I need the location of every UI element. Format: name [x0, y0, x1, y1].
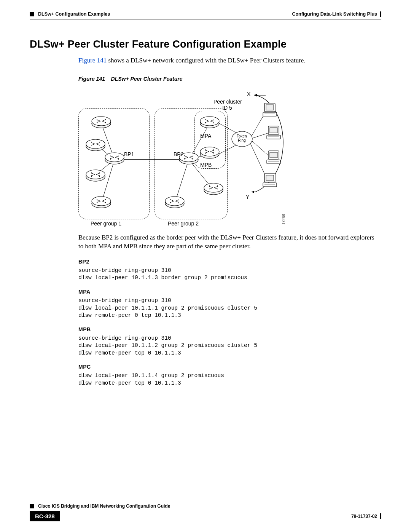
header-right-text: Configuring Data-Link Switching Plus: [292, 11, 377, 17]
intro-paragraph: Figure 141 shows a DLSw+ network configu…: [30, 56, 381, 65]
page-number: BC-328: [30, 511, 60, 521]
figure-id: 17268: [282, 214, 286, 225]
label-bp2: BP2: [174, 151, 183, 157]
footer-square-icon: [30, 504, 34, 508]
intro-rest: shows a DLSw+ network configured with th…: [107, 57, 305, 64]
config-block: MPCdlsw local-peer 10.1.1.4 group 2 prom…: [30, 364, 381, 387]
config-code: dlsw local-peer 10.1.1.4 group 2 promisc…: [78, 372, 381, 387]
label-peer-cluster: Peer cluster: [213, 99, 242, 105]
figure-reference-link[interactable]: Figure 141: [78, 57, 107, 64]
footer-rule: [30, 501, 381, 501]
label-token-ring: Token Ring: [237, 134, 247, 142]
label-peer-group-2: Peer group 2: [168, 220, 199, 227]
config-code: source-bridge ring-group 310 dlsw local-…: [78, 335, 381, 357]
footer-book-title: Cisco IOS Bridging and IBM Networking Co…: [38, 503, 170, 509]
config-block: MPAsource-bridge ring-group 310 dlsw loc…: [30, 289, 381, 320]
config-title: MPA: [78, 289, 381, 295]
config-title: MPB: [78, 326, 381, 332]
figure-caption-prefix: Figure 141: [78, 76, 105, 82]
header-bar-icon: [380, 11, 381, 17]
label-mpa: MPA: [200, 133, 211, 139]
page-footer: Cisco IOS Bridging and IBM Networking Co…: [30, 501, 381, 521]
header-rule: [30, 19, 381, 19]
figure-caption: Figure 141 DLSw+ Peer Cluster Feature: [30, 76, 381, 82]
config-block: BP2source-bridge ring-group 310 dlsw loc…: [30, 259, 381, 282]
label-peer-group-1: Peer group 1: [91, 220, 121, 227]
label-y: Y: [246, 194, 249, 200]
page-title: DLSw+ Peer Cluster Feature Configuration…: [30, 38, 381, 50]
figure-diagram: X Peer cluster ID 5 MPA MPB BP1 BP2 Toke…: [78, 87, 292, 228]
running-header: DLSw+ Configuration Examples Configuring…: [30, 11, 381, 17]
doc-number: 78-11737-02: [351, 514, 377, 519]
body-paragraph: Because BP2 is configured as the border …: [30, 233, 381, 251]
config-block: MPBsource-bridge ring-group 310 dlsw loc…: [30, 326, 381, 357]
label-bp1: BP1: [124, 151, 134, 157]
header-left-text: DLSw+ Configuration Examples: [38, 11, 110, 17]
config-blocks: BP2source-bridge ring-group 310 dlsw loc…: [30, 259, 381, 387]
diagram-svg: [78, 87, 292, 228]
label-mpb: MPB: [200, 162, 212, 168]
config-code: source-bridge ring-group 310 dlsw local-…: [78, 297, 381, 320]
header-square-icon: [30, 12, 34, 16]
config-title: BP2: [78, 259, 381, 265]
label-id5: ID 5: [222, 105, 232, 111]
label-x: X: [247, 91, 250, 97]
config-code: source-bridge ring-group 310 dlsw local-…: [78, 267, 381, 282]
svg-line-20: [252, 141, 269, 156]
footer-bar-icon: [380, 513, 381, 519]
svg-line-19: [252, 133, 269, 138]
config-title: MPC: [78, 364, 381, 370]
figure-caption-text: DLSw+ Peer Cluster Feature: [111, 76, 183, 82]
svg-line-21: [250, 144, 267, 179]
